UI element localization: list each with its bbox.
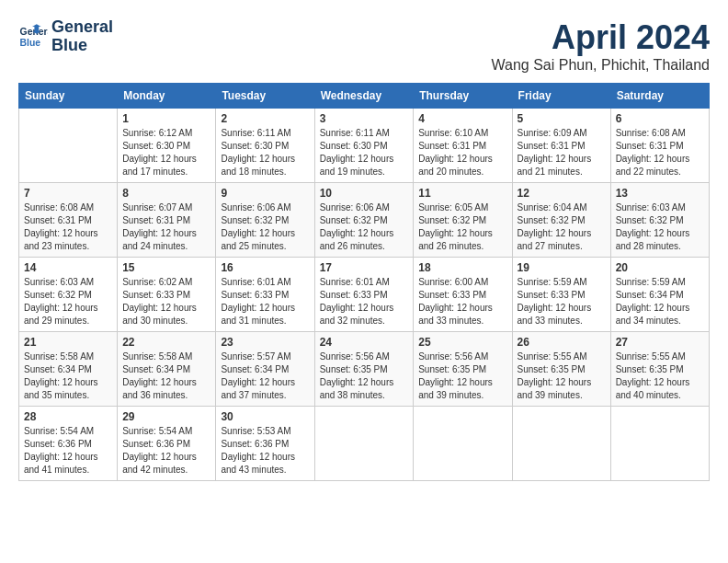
calendar-cell: 25Sunrise: 5:56 AMSunset: 6:35 PMDayligh… [414, 332, 512, 407]
calendar-cell: 17Sunrise: 6:01 AMSunset: 6:33 PMDayligh… [314, 258, 414, 332]
calendar-table: SundayMondayTuesdayWednesdayThursdayFrid… [18, 83, 710, 481]
day-info: Sunrise: 6:10 AMSunset: 6:31 PMDaylight:… [418, 127, 506, 178]
day-info: Sunrise: 5:55 AMSunset: 6:35 PMDaylight:… [518, 350, 606, 402]
calendar-cell: 26Sunrise: 5:55 AMSunset: 6:35 PMDayligh… [512, 332, 610, 407]
weekday-header-monday: Monday [118, 84, 216, 109]
day-number: 23 [221, 336, 309, 349]
day-number: 14 [24, 261, 112, 274]
day-number: 3 [320, 112, 409, 125]
day-number: 27 [616, 336, 704, 349]
calendar-cell: 23Sunrise: 5:57 AMSunset: 6:34 PMDayligh… [216, 332, 314, 407]
calendar-cell: 9Sunrise: 6:06 AMSunset: 6:32 PMDaylight… [216, 183, 314, 258]
day-number: 19 [518, 261, 606, 274]
day-number: 13 [616, 187, 704, 200]
svg-text:Blue: Blue [20, 37, 41, 47]
day-info: Sunrise: 6:06 AMSunset: 6:32 PMDaylight:… [320, 201, 409, 253]
day-number: 18 [418, 261, 506, 274]
week-row-4: 21Sunrise: 5:58 AMSunset: 6:34 PMDayligh… [19, 332, 710, 407]
calendar-cell [512, 407, 610, 481]
calendar-cell: 15Sunrise: 6:02 AMSunset: 6:33 PMDayligh… [118, 258, 216, 332]
day-number: 29 [122, 410, 210, 423]
weekday-header-row: SundayMondayTuesdayWednesdayThursdayFrid… [19, 84, 710, 109]
day-number: 6 [616, 112, 704, 125]
logo-icon: General Blue [18, 22, 48, 52]
calendar-cell: 18Sunrise: 6:00 AMSunset: 6:33 PMDayligh… [414, 258, 512, 332]
calendar-cell: 22Sunrise: 5:58 AMSunset: 6:34 PMDayligh… [118, 332, 216, 407]
day-info: Sunrise: 6:02 AMSunset: 6:33 PMDaylight:… [122, 276, 210, 327]
calendar-cell: 5Sunrise: 6:09 AMSunset: 6:31 PMDaylight… [512, 109, 610, 183]
logo: General Blue General Blue [18, 18, 113, 55]
day-info: Sunrise: 6:08 AMSunset: 6:31 PMDaylight:… [24, 201, 112, 253]
day-number: 24 [320, 336, 409, 349]
day-info: Sunrise: 5:53 AMSunset: 6:36 PMDaylight:… [221, 425, 309, 477]
day-number: 15 [122, 261, 210, 274]
day-info: Sunrise: 5:56 AMSunset: 6:35 PMDaylight:… [418, 350, 506, 402]
week-row-1: 1Sunrise: 6:12 AMSunset: 6:30 PMDaylight… [19, 109, 710, 183]
calendar-cell [610, 407, 709, 481]
weekday-header-thursday: Thursday [414, 84, 512, 109]
calendar-cell [314, 407, 414, 481]
calendar-cell: 7Sunrise: 6:08 AMSunset: 6:31 PMDaylight… [19, 183, 118, 258]
day-number: 26 [518, 336, 606, 349]
calendar-cell [414, 407, 512, 481]
day-number: 1 [122, 112, 210, 125]
day-number: 17 [320, 261, 409, 274]
day-number: 12 [518, 187, 606, 200]
day-number: 21 [24, 336, 112, 349]
logo-text: General Blue [51, 18, 113, 55]
weekday-header-sunday: Sunday [19, 84, 118, 109]
day-info: Sunrise: 6:03 AMSunset: 6:32 PMDaylight:… [616, 201, 704, 253]
calendar-cell: 28Sunrise: 5:54 AMSunset: 6:36 PMDayligh… [19, 407, 118, 481]
calendar-cell: 24Sunrise: 5:56 AMSunset: 6:35 PMDayligh… [314, 332, 414, 407]
weekday-header-friday: Friday [512, 84, 610, 109]
calendar-cell: 14Sunrise: 6:03 AMSunset: 6:32 PMDayligh… [19, 258, 118, 332]
day-info: Sunrise: 6:03 AMSunset: 6:32 PMDaylight:… [24, 276, 112, 327]
calendar-cell: 8Sunrise: 6:07 AMSunset: 6:31 PMDaylight… [118, 183, 216, 258]
day-info: Sunrise: 5:54 AMSunset: 6:36 PMDaylight:… [24, 425, 112, 477]
day-number: 30 [221, 410, 309, 423]
header: General Blue General Blue April 2024 Wan… [18, 18, 710, 74]
day-info: Sunrise: 5:54 AMSunset: 6:36 PMDaylight:… [122, 425, 210, 477]
calendar-cell: 21Sunrise: 5:58 AMSunset: 6:34 PMDayligh… [19, 332, 118, 407]
week-row-3: 14Sunrise: 6:03 AMSunset: 6:32 PMDayligh… [19, 258, 710, 332]
calendar-cell: 29Sunrise: 5:54 AMSunset: 6:36 PMDayligh… [118, 407, 216, 481]
day-info: Sunrise: 6:07 AMSunset: 6:31 PMDaylight:… [122, 201, 210, 253]
calendar-cell: 19Sunrise: 5:59 AMSunset: 6:33 PMDayligh… [512, 258, 610, 332]
day-number: 7 [24, 187, 112, 200]
day-info: Sunrise: 5:56 AMSunset: 6:35 PMDaylight:… [320, 350, 409, 402]
day-number: 22 [122, 336, 210, 349]
weekday-header-wednesday: Wednesday [314, 84, 414, 109]
day-info: Sunrise: 6:05 AMSunset: 6:32 PMDaylight:… [418, 201, 506, 253]
day-info: Sunrise: 5:57 AMSunset: 6:34 PMDaylight:… [221, 350, 309, 402]
day-number: 10 [320, 187, 409, 200]
calendar-cell: 27Sunrise: 5:55 AMSunset: 6:35 PMDayligh… [610, 332, 709, 407]
month-title: April 2024 [492, 18, 710, 57]
day-info: Sunrise: 5:55 AMSunset: 6:35 PMDaylight:… [616, 350, 704, 402]
calendar-cell: 11Sunrise: 6:05 AMSunset: 6:32 PMDayligh… [414, 183, 512, 258]
week-row-2: 7Sunrise: 6:08 AMSunset: 6:31 PMDaylight… [19, 183, 710, 258]
day-number: 28 [24, 410, 112, 423]
day-number: 20 [616, 261, 704, 274]
title-area: April 2024 Wang Sai Phun, Phichit, Thail… [492, 18, 710, 74]
day-number: 11 [418, 187, 506, 200]
calendar-cell: 3Sunrise: 6:11 AMSunset: 6:30 PMDaylight… [314, 109, 414, 183]
day-info: Sunrise: 5:58 AMSunset: 6:34 PMDaylight:… [122, 350, 210, 402]
calendar-cell: 12Sunrise: 6:04 AMSunset: 6:32 PMDayligh… [512, 183, 610, 258]
day-number: 5 [518, 112, 606, 125]
day-number: 9 [221, 187, 309, 200]
day-number: 25 [418, 336, 506, 349]
week-row-5: 28Sunrise: 5:54 AMSunset: 6:36 PMDayligh… [19, 407, 710, 481]
day-number: 16 [221, 261, 309, 274]
day-info: Sunrise: 6:04 AMSunset: 6:32 PMDaylight:… [518, 201, 606, 253]
day-number: 8 [122, 187, 210, 200]
day-info: Sunrise: 6:09 AMSunset: 6:31 PMDaylight:… [518, 127, 606, 178]
day-number: 4 [418, 112, 506, 125]
day-info: Sunrise: 6:11 AMSunset: 6:30 PMDaylight:… [320, 127, 409, 178]
calendar-cell: 2Sunrise: 6:11 AMSunset: 6:30 PMDaylight… [216, 109, 314, 183]
day-info: Sunrise: 6:00 AMSunset: 6:33 PMDaylight:… [418, 276, 506, 327]
day-info: Sunrise: 6:01 AMSunset: 6:33 PMDaylight:… [221, 276, 309, 327]
day-info: Sunrise: 6:08 AMSunset: 6:31 PMDaylight:… [616, 127, 704, 178]
weekday-header-saturday: Saturday [610, 84, 709, 109]
day-number: 2 [221, 112, 309, 125]
calendar-cell: 20Sunrise: 5:59 AMSunset: 6:34 PMDayligh… [610, 258, 709, 332]
